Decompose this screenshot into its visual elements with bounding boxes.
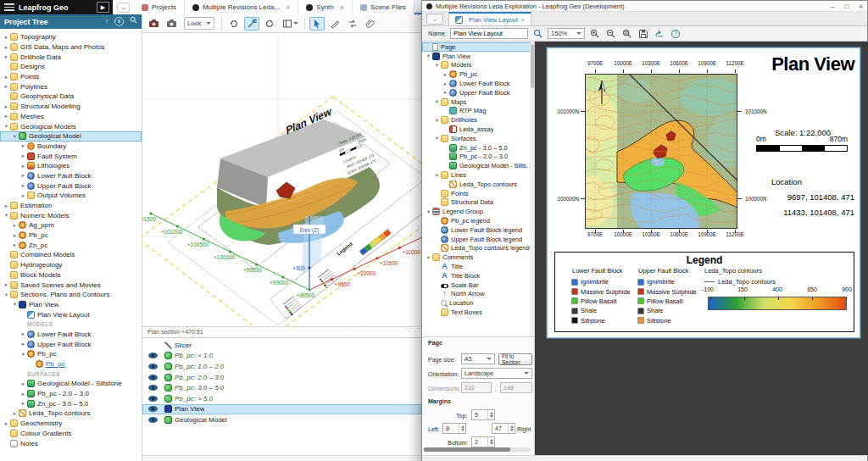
- close-tab-icon[interactable]: ×: [286, 3, 290, 12]
- shape-list-scroll-strip[interactable]: [142, 455, 421, 461]
- layout-tree-item-plan-view[interactable]: ▾Plan View: [422, 52, 534, 61]
- visibility-eye-icon[interactable]: [148, 375, 158, 380]
- layout-tree-item-rtp-mag[interactable]: RTP Mag: [422, 107, 534, 116]
- loop-icon[interactable]: [262, 17, 277, 31]
- layout-tree-item-models[interactable]: ▾Models: [422, 61, 534, 70]
- tree-up-icon[interactable]: ↑: [105, 15, 109, 28]
- layout-name-input[interactable]: [450, 28, 528, 39]
- chevron-right-icon[interactable]: ▸: [11, 242, 19, 248]
- chevron-right-icon[interactable]: ▸: [3, 281, 10, 288]
- project-tree-item-combined-models[interactable]: Combined Models: [0, 250, 142, 260]
- layout-tree-item-upper-fault-block[interactable]: ▸Upper Fault Block: [422, 88, 534, 97]
- close-tab-icon[interactable]: ×: [521, 16, 525, 24]
- project-tree-item-pb-pc[interactable]: Pb_pc: [0, 359, 142, 369]
- project-tree-item-block-models[interactable]: Block Models: [0, 270, 142, 280]
- project-tree-item-plan-view-layout[interactable]: Plan View Layout: [0, 309, 142, 319]
- layout-tree-scrollbar[interactable]: [530, 42, 534, 336]
- chevron-down-icon[interactable]: ▾: [433, 135, 441, 142]
- visibility-eye-icon[interactable]: [148, 385, 158, 391]
- tree-search-icon[interactable]: [130, 15, 137, 28]
- layout-tree-item-scale-bar[interactable]: Scale Bar: [422, 280, 534, 290]
- camera-scene-icon[interactable]: [146, 17, 161, 31]
- layout-tree-item-north-arrow[interactable]: ↑North Arrow: [422, 290, 534, 299]
- margin-left-stepper[interactable]: 8: [442, 423, 466, 434]
- chevron-right-icon[interactable]: ▸: [19, 400, 27, 407]
- layout-window-titlebar[interactable]: Multiple Revisions Leda Exploration - Le…: [422, 1, 867, 12]
- look-dropdown[interactable]: Look: [184, 17, 214, 30]
- visibility-eye-icon[interactable]: [148, 364, 158, 369]
- chevron-right-icon[interactable]: ▸: [3, 53, 10, 60]
- project-tree-item-notes[interactable]: Notes: [0, 438, 142, 448]
- tab-list-chevron-icon[interactable]: ⌄: [426, 14, 443, 25]
- chevron-down-icon[interactable]: ▾: [19, 351, 27, 358]
- chevron-right-icon[interactable]: ▸: [11, 222, 19, 229]
- tab-plan-view-layout[interactable]: Plan View Layout ×: [448, 12, 531, 25]
- project-tree-item-leda-topo-contours[interactable]: ▸Leda_Topo contours: [0, 408, 142, 419]
- chevron-right-icon[interactable]: ▸: [3, 83, 10, 90]
- layout-tree-item-geological-model-siltstone[interactable]: Geological Model - Siltstone: [422, 161, 534, 170]
- close-button[interactable]: ×: [859, 3, 863, 10]
- chevron-right-icon[interactable]: ▸: [19, 330, 27, 337]
- layout-tree-item-comments[interactable]: ▾Comments: [422, 253, 534, 262]
- camera-copy-icon[interactable]: [164, 17, 179, 31]
- project-tree-item-designs[interactable]: Designs: [0, 62, 142, 72]
- layout-tree-item-legend-group[interactable]: ▾Legend Group: [422, 207, 534, 216]
- chevron-right-icon[interactable]: ▸: [3, 420, 10, 427]
- project-tree-item-fault-system[interactable]: ▸Fault System: [0, 151, 142, 161]
- clip-icon[interactable]: [363, 17, 378, 31]
- shape-row-pb-pc-1-0-2-0[interactable]: Pb_pc: 1.0 – 2.0: [142, 361, 421, 372]
- chevron-down-icon[interactable]: ▾: [433, 117, 441, 124]
- page-size-dropdown[interactable]: A5: [461, 353, 495, 364]
- layout-tree-item-leda-assay[interactable]: Leda_assay: [422, 125, 534, 134]
- project-tree-item-geochemistry[interactable]: ▸Geochemistry: [0, 419, 142, 429]
- zoom-out-icon[interactable]: [604, 27, 617, 40]
- chevron-right-icon[interactable]: ▸: [442, 71, 449, 78]
- close-tab-icon[interactable]: ×: [340, 3, 344, 12]
- chevron-down-icon[interactable]: ▾: [433, 98, 441, 105]
- select-cursor-icon[interactable]: [309, 17, 325, 31]
- help-icon[interactable]: ?: [669, 27, 682, 40]
- zoom-select-icon[interactable]: [531, 27, 544, 40]
- ruler-icon[interactable]: [327, 17, 342, 31]
- project-tree-item-geological-model-siltstone[interactable]: ▸Geological Model - Siltstone: [0, 379, 142, 389]
- plan-view-map[interactable]: [585, 74, 737, 229]
- shape-row-geological-model[interactable]: Geological Model: [142, 414, 421, 425]
- save-icon[interactable]: [637, 27, 649, 40]
- shape-row-plan-view[interactable]: Plan View: [142, 404, 421, 415]
- project-tree-item-lithologies[interactable]: ▸Lithologies: [0, 161, 142, 171]
- tab-projects[interactable]: Projects: [134, 0, 185, 14]
- shape-row-pb-pc-1-0[interactable]: Pb_pc: < 1.0: [142, 351, 421, 362]
- project-tree-item-gis-data-maps-and-photos[interactable]: ▸GIS Data, Maps and Photos: [0, 42, 142, 53]
- shape-row-slicer[interactable]: Slicer: [142, 340, 421, 351]
- chevron-right-icon[interactable]: ▸: [442, 81, 449, 87]
- project-tree-item-numeric-models[interactable]: ▾Numeric Models: [0, 210, 142, 220]
- panel-options-icon[interactable]: [280, 17, 300, 31]
- layout-tree-item-drillholes[interactable]: ▾Drillholes: [422, 115, 534, 125]
- chevron-right-icon[interactable]: ▸: [3, 113, 10, 119]
- layout-tree-item-zn-pc-3-0-5-0[interactable]: Zn_pc - 3.0 – 5.0: [422, 143, 534, 153]
- tab-synth[interactable]: Synth×: [298, 0, 353, 14]
- project-tree-item-drillhole-data[interactable]: ▸Drillhole Data: [0, 52, 142, 62]
- layout-tree-item-lines[interactable]: ▾Lines: [422, 170, 534, 180]
- chevron-right-icon[interactable]: ▸: [442, 89, 449, 96]
- tab-multiple-revisions-leda[interactable]: Multiple Revisions Leda...×: [185, 0, 298, 14]
- project-tree-item-meshes[interactable]: ▸Meshes: [0, 112, 142, 122]
- chevron-down-icon[interactable]: ▾: [11, 301, 19, 308]
- slicer-tool-icon[interactable]: [244, 17, 259, 31]
- chevron-right-icon[interactable]: ▸: [19, 192, 27, 199]
- shape-row-pb-pc-3-0-5-0[interactable]: Pb_pc: 3.0 – 5.0: [142, 382, 421, 393]
- project-tree-item-ag-ppm[interactable]: ▸Ag_ppm: [0, 220, 142, 230]
- project-tree-item-output-volumes[interactable]: ▸Output Volumes: [0, 191, 142, 201]
- chevron-right-icon[interactable]: ▸: [19, 380, 27, 387]
- chevron-right-icon[interactable]: ▸: [19, 341, 27, 347]
- layout-tree-item-pb-pc[interactable]: ▸Pb_pc: [422, 69, 534, 79]
- sync-arrows-icon[interactable]: [345, 17, 360, 31]
- project-tree-item-zn-pc-3-0-5-0[interactable]: ▸Zn_pc - 3.0 – 5.0: [0, 398, 142, 408]
- project-tree-item-pb-pc[interactable]: ▾Pb_pc: [0, 349, 142, 359]
- play-button[interactable]: ▶: [97, 2, 109, 13]
- project-tree-item-lower-fault-block[interactable]: ▸Lower Fault Block: [0, 330, 142, 340]
- chevron-down-icon[interactable]: ▾: [433, 172, 441, 179]
- project-tree-item-polylines[interactable]: ▸Polylines: [0, 81, 142, 92]
- project-tree-item-pb-pc[interactable]: ▸Pb_pc: [0, 230, 142, 241]
- chevron-right-icon[interactable]: ▸: [3, 34, 10, 41]
